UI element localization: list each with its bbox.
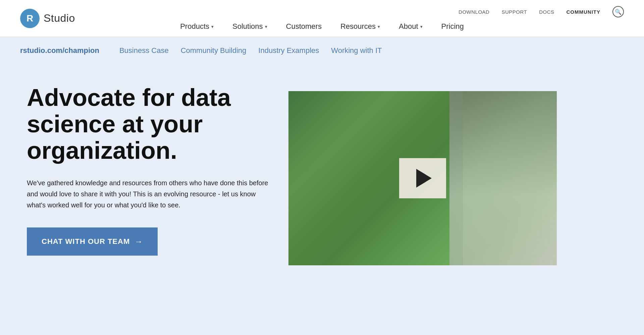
hero-video-area: [288, 91, 617, 265]
hero-text-block: Advocate for data science at your organi…: [27, 84, 268, 256]
utility-nav: DOWNLOAD SUPPORT DOCS COMMUNITY 🔍: [459, 6, 624, 17]
nav-pricing[interactable]: Pricing: [432, 16, 473, 37]
utility-nav-download[interactable]: DOWNLOAD: [459, 9, 489, 15]
nav-resources[interactable]: Resources ▾: [331, 16, 389, 37]
logo-area[interactable]: R Studio: [20, 9, 75, 28]
sub-nav-business-case[interactable]: Business Case: [119, 46, 181, 55]
hero-section: rstudio.com/champion Business Case Commu…: [0, 37, 644, 335]
chat-cta-button[interactable]: CHAT WITH OUR TEAM →: [27, 227, 158, 256]
nav-about[interactable]: About ▾: [389, 16, 432, 37]
play-icon: [416, 169, 432, 188]
main-nav: Products ▾ Solutions ▾ Customers Resourc…: [171, 16, 473, 37]
hero-description: We've gathered knowledge and resources f…: [27, 178, 268, 211]
search-icon: 🔍: [612, 6, 624, 17]
play-button[interactable]: [399, 158, 446, 198]
hero-content: Advocate for data science at your organi…: [0, 64, 644, 265]
chevron-down-icon: ▾: [211, 24, 214, 29]
sub-nav-working-with-it[interactable]: Working with IT: [331, 46, 394, 55]
sub-nav-community-building[interactable]: Community Building: [181, 46, 259, 55]
hero-title: Advocate for data science at your organi…: [27, 84, 268, 164]
chevron-down-icon: ▾: [420, 24, 423, 29]
logo-icon: R: [20, 9, 40, 28]
nav-solutions[interactable]: Solutions ▾: [223, 16, 277, 37]
nav-customers[interactable]: Customers: [277, 16, 331, 37]
utility-nav-community[interactable]: COMMUNITY: [567, 9, 601, 15]
utility-nav-docs[interactable]: DOCS: [539, 9, 554, 15]
sub-nav-industry-examples[interactable]: Industry Examples: [258, 46, 331, 55]
logo-text: Studio: [44, 12, 75, 24]
arrow-right-icon: →: [135, 237, 143, 246]
breadcrumb-link[interactable]: rstudio.com/champion: [20, 46, 99, 55]
utility-nav-support[interactable]: SUPPORT: [501, 9, 527, 15]
search-button[interactable]: 🔍: [612, 6, 624, 17]
cta-label: CHAT WITH OUR TEAM: [42, 237, 130, 246]
nav-products[interactable]: Products ▾: [171, 16, 223, 37]
video-thumbnail: [288, 91, 557, 265]
top-bar: DOWNLOAD SUPPORT DOCS COMMUNITY 🔍 R Stud…: [0, 0, 644, 37]
chevron-down-icon: ▾: [378, 24, 380, 29]
chevron-down-icon: ▾: [265, 24, 267, 29]
sub-nav: rstudio.com/champion Business Case Commu…: [0, 37, 644, 64]
